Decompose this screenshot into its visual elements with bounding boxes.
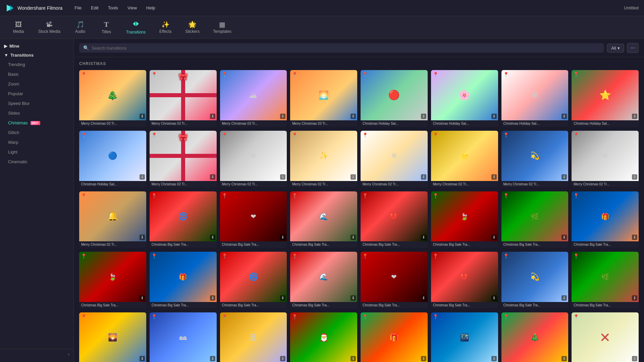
card-item[interactable]: 💫 📍 ⬇ Christmas Big Sale Tra... bbox=[501, 252, 569, 308]
more-button[interactable]: ··· bbox=[627, 43, 639, 53]
search-input[interactable] bbox=[92, 46, 600, 51]
card-item[interactable]: 💔 📍 ⬇ Christmas Big Sale Tra... bbox=[361, 191, 428, 248]
card-item[interactable]: 🌅 📍 ⬇ Merry Christmas 03 Tr... bbox=[290, 70, 357, 127]
sidebar-item-slides[interactable]: Slides bbox=[0, 108, 73, 118]
card-item[interactable]: 🔵 📍 ⬇ Christmas Holiday Sal... bbox=[79, 131, 146, 187]
mine-chevron-icon: ▶ bbox=[4, 44, 7, 49]
card-item[interactable]: ❄ 📍 ⬇ Merry Christmas 02 Tr... bbox=[220, 131, 287, 187]
menu-view[interactable]: View bbox=[123, 4, 141, 12]
menu-tools[interactable]: Tools bbox=[104, 4, 122, 12]
card-item[interactable]: 🎀 📍 ⬇ Merry Christmas 03 Tr... bbox=[150, 70, 217, 127]
card-item[interactable]: ✕ 📍 ⬇ Christmas Big Sale Tra... bbox=[572, 312, 639, 362]
card-item[interactable]: 🎀 📍 ⬇ Merry Christmas 02 Tr... bbox=[150, 131, 217, 187]
sidebar-item-cinematic[interactable]: Cinematic bbox=[0, 157, 73, 167]
sidebar-item-speed-blur[interactable]: Speed Blur bbox=[0, 99, 73, 108]
card-item[interactable]: ❤ 📍 ⬇ Christmas Big Sale Tra... bbox=[220, 191, 287, 248]
sidebar-item-light[interactable]: Light bbox=[0, 147, 73, 157]
project-name: Untitled bbox=[624, 5, 639, 10]
card-item[interactable]: 🎁 📍 ⬇ Christmas Big Sale Tra... bbox=[150, 252, 217, 308]
toolbar-templates[interactable]: ▦ Templates bbox=[208, 19, 237, 36]
card-label: Christmas Big Sale Tra... bbox=[290, 241, 357, 248]
download-icon: ⬇ bbox=[351, 174, 356, 180]
card-label: Merry Christmas 02 Tr... bbox=[361, 181, 428, 187]
card-item[interactable]: 🌃 📍 ⬇ Christmas Big Sale Tra... bbox=[431, 312, 498, 362]
pin-icon: 📍 bbox=[362, 132, 368, 138]
card-item[interactable]: ✨ 📍 ⬇ Merry Christmas 02 Tr... bbox=[290, 131, 357, 187]
pin-icon: 📍 bbox=[503, 314, 509, 319]
download-icon: ⬇ bbox=[561, 235, 567, 240]
sidebar-collapse-button[interactable]: ‹ bbox=[0, 349, 73, 359]
card-item[interactable]: 🌊 📍 ⬇ Christmas Big Sale Tra... bbox=[290, 191, 357, 248]
card-item[interactable]: 🌸 📍 ⬇ Christmas Holiday Sal... bbox=[431, 70, 498, 127]
grid-row-1: 🎄 📍 ⬇ Merry Christmas 03 Tr... 🎀 📍 ⬇ Mer… bbox=[79, 70, 639, 127]
card-item[interactable]: 💫 📍 ⬇ Merry Christmas 02 Tr... bbox=[501, 131, 569, 187]
sidebar-item-warp[interactable]: Warp bbox=[0, 137, 73, 147]
grid-row-3: 🔔 📍 ⬇ Merry Christmas 02 Tr... 🌀 📍 ⬇ Chr… bbox=[79, 191, 639, 248]
card-label: Merry Christmas 02 Tr... bbox=[431, 181, 498, 187]
card-label: Christmas Big Sale Tra... bbox=[431, 241, 498, 248]
card-item[interactable]: 🌀 📍 ⬇ Christmas Big Sale Tra... bbox=[220, 252, 287, 308]
card-item[interactable]: ❤ 📍 ⬇ Christmas Big Sale Tra... bbox=[361, 252, 428, 308]
card-item[interactable]: 🌿 📍 ⬇ Christmas Big Sale Tra... bbox=[501, 191, 569, 248]
toolbar-stickers[interactable]: 🌟 Stickers bbox=[180, 19, 205, 36]
card-item[interactable]: ⭐ 📍 ⬇ Merry Christmas 02 Tr... bbox=[431, 131, 498, 187]
toolbar-media[interactable]: 🖼 Media bbox=[7, 19, 30, 36]
toolbar-stock-media[interactable]: 📽 Stock Media bbox=[33, 19, 66, 36]
sidebar: ▶ Mine ▼ Transitions Trending Basic Zoom… bbox=[0, 39, 74, 362]
card-label: Christmas Big Sale Tra... bbox=[220, 241, 287, 248]
card-item[interactable]: 🏘 📍 ⬇ Christmas Big Sale Tra... bbox=[150, 312, 217, 362]
card-item[interactable]: 🎄 📍 ⬇ Christmas Big Sale Tra... bbox=[501, 312, 569, 362]
logo-icon bbox=[5, 3, 15, 13]
card-item[interactable]: 🍃 📍 ⬇ Christmas Big Sale Tra... bbox=[79, 252, 146, 308]
sidebar-mine-header[interactable]: ▶ Mine bbox=[0, 42, 73, 51]
sidebar-item-trending[interactable]: Trending bbox=[0, 60, 73, 69]
toolbar-titles[interactable]: T Titles bbox=[95, 19, 118, 36]
sidebar-item-basic[interactable]: Basic bbox=[0, 69, 73, 79]
search-input-wrap[interactable]: 🔍 bbox=[79, 43, 604, 53]
card-item[interactable]: ❄ 📍 ⬇ Merry Christmas 02 Tr... bbox=[572, 131, 639, 187]
download-icon: ⬇ bbox=[210, 295, 215, 301]
toolbar-transitions[interactable]: Transitions bbox=[121, 18, 151, 37]
card-label: Christmas Holiday Sal... bbox=[501, 120, 569, 127]
card-item[interactable]: 🎅 📍 ⬇ Christmas Big Sale Tra... bbox=[290, 312, 357, 362]
pin-icon: 📍 bbox=[573, 72, 579, 77]
card-item[interactable]: ⛰ 📍 ⬇ Merry Christmas 03 Tr... bbox=[220, 70, 287, 127]
card-item[interactable]: 🎄 📍 ⬇ Merry Christmas 03 Tr... bbox=[79, 70, 146, 127]
pin-icon: 📍 bbox=[292, 193, 298, 198]
download-icon: ⬇ bbox=[491, 295, 497, 301]
card-item[interactable]: 🌀 📍 ⬇ Christmas Big Sale Tra... bbox=[150, 191, 217, 248]
toolbar-audio[interactable]: 🎵 Audio bbox=[68, 19, 92, 36]
card-item[interactable]: 💔 📍 ⬇ Christmas Big Sale Tra... bbox=[431, 252, 498, 308]
sidebar-transitions-header[interactable]: ▼ Transitions bbox=[0, 51, 73, 60]
menu-file[interactable]: File bbox=[70, 4, 86, 12]
toolbar-effects[interactable]: ✨ Effects bbox=[154, 19, 177, 36]
card-item[interactable]: ⭐ 📍 ⬇ Christmas Holiday Sal... bbox=[572, 70, 639, 127]
card-label: Christmas Big Sale Tra... bbox=[79, 302, 146, 308]
pin-icon: 📍 bbox=[503, 193, 509, 198]
menu-help[interactable]: Help bbox=[142, 4, 159, 12]
card-item[interactable]: 🔴 📍 ⬇ Christmas Holiday Sal... bbox=[361, 70, 428, 127]
grid-row-4: 🍃 📍 ⬇ Christmas Big Sale Tra... 🎁 📍 ⬇ Ch… bbox=[79, 252, 639, 308]
card-item[interactable]: 🌿 📍 ⬇ Christmas Big Sale Tra... bbox=[572, 252, 639, 308]
card-item[interactable]: ❄ 📍 ⬇ Christmas Holiday Sal... bbox=[501, 70, 569, 127]
card-label: Christmas Big Sale Tra... bbox=[501, 241, 569, 248]
app-name: Wondershare Filmora bbox=[17, 5, 62, 11]
card-item[interactable]: 🔔 📍 ⬇ Merry Christmas 02 Tr... bbox=[79, 191, 146, 248]
menu-edit[interactable]: Edit bbox=[87, 4, 102, 12]
sidebar-item-popular[interactable]: Popular bbox=[0, 89, 73, 99]
card-item[interactable]: 🎁 📍 ⬇ Christmas Big Sale Tra... bbox=[361, 312, 428, 362]
card-label: Merry Christmas 03 Tr... bbox=[79, 120, 146, 127]
filter-dropdown[interactable]: All ▾ bbox=[607, 44, 624, 53]
card-item[interactable]: 🌄 📍 ⬇ Christmas Big Sale Tra... bbox=[79, 312, 146, 362]
sidebar-item-christmas[interactable]: Christmas HOT bbox=[0, 118, 73, 128]
card-item[interactable]: 🍃 📍 ⬇ Christmas Big Sale Tra... bbox=[431, 191, 498, 248]
sidebar-item-zoom[interactable]: Zoom bbox=[0, 79, 73, 89]
pin-icon: 📍 bbox=[222, 132, 227, 138]
sidebar-item-glitch[interactable]: Glitch bbox=[0, 128, 73, 137]
card-item[interactable]: ❄ 📍 ⬇ Merry Christmas 02 Tr... bbox=[361, 131, 428, 187]
card-label: Merry Christmas 02 Tr... bbox=[220, 181, 287, 187]
card-item[interactable]: 🌊 📍 ⬇ Christmas Big Sale Tra... bbox=[290, 252, 357, 308]
card-label: Christmas Big Sale Tra... bbox=[361, 302, 428, 308]
card-item[interactable]: 🎁 📍 ⬇ Christmas Big Sale Tra... bbox=[572, 191, 639, 248]
card-item[interactable]: 🛤 📍 ⬇ Christmas Big Sale Tra... bbox=[220, 312, 287, 362]
